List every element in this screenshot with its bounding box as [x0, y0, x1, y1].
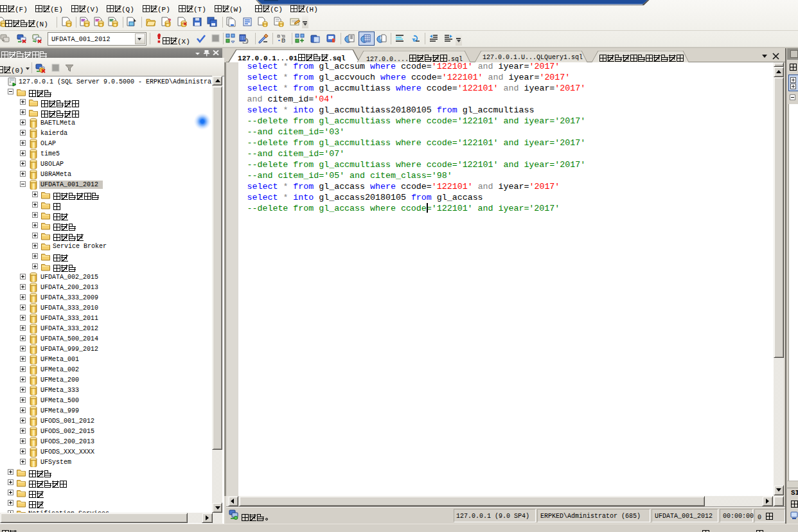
- svg-text:B: B: [281, 37, 285, 44]
- svg-text:?: ?: [168, 18, 171, 24]
